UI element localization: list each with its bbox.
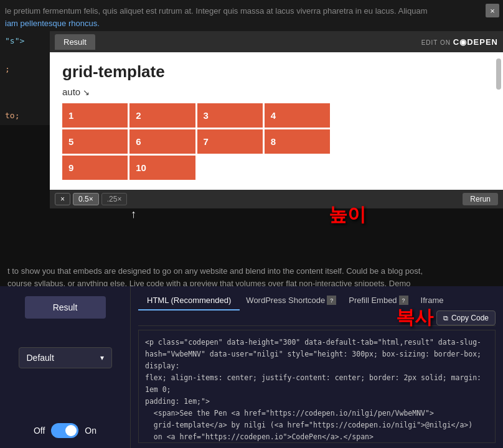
tab-wordpress[interactable]: WordPress Shortcode ? [240, 291, 342, 310]
grid-cell-5: 5 [62, 129, 128, 154]
chevron-down-icon: ▾ [100, 353, 104, 362]
top-text-area: le pretium fermentum felis, quis aliquet… [0, 0, 503, 34]
grid-cell-10: 10 [129, 156, 195, 180]
toggle-off-label: Off [34, 426, 45, 436]
left-sidebar: Result Default ▾ Off On [0, 286, 131, 448]
grid-cell-7: 7 [197, 129, 263, 154]
zoom-quarter-button[interactable]: .25× [101, 193, 128, 205]
result-button[interactable]: Result [25, 296, 106, 319]
auto-label: auto ↘ [62, 86, 491, 97]
bottom-panel: Result Default ▾ Off On HTML (Recommende… [0, 286, 503, 448]
tab-html[interactable]: HTML (Recommended) [138, 291, 240, 310]
zoom-bar: × 0.5× .25× ↑ Rerun [50, 190, 503, 208]
grid-cell-3: 3 [197, 103, 263, 128]
scrollbar[interactable] [496, 58, 501, 90]
toggle-thumb [65, 425, 77, 436]
top-text-line1: le pretium fermentum felis, quis aliquet… [5, 6, 427, 16]
right-content: HTML (Recommended) WordPress Shortcode ?… [131, 286, 503, 448]
tabs-row: HTML (Recommended) WordPress Shortcode ?… [138, 291, 496, 326]
auto-text: auto [62, 86, 80, 97]
code-area[interactable]: <p class="codepen" data-height="300" dat… [138, 330, 496, 443]
edit-on-text: EDIT ON [421, 39, 451, 46]
grid-cell-1: 1 [62, 103, 128, 128]
wordpress-help-icon[interactable]: ? [327, 296, 336, 305]
result-tab-button[interactable]: Result [55, 34, 95, 50]
toggle-switch[interactable] [51, 423, 78, 438]
tab-prefill-label: Prefill Embed [349, 296, 397, 305]
grid-cell-8: 8 [265, 129, 330, 154]
code-line-s: "s"> [5, 36, 45, 45]
codepen-embed: Result EDIT ON C◉DEPEN grid-template aut… [50, 31, 503, 208]
grid-cell-4: 4 [265, 103, 330, 128]
close-icon: × [490, 6, 495, 16]
toggle-on-label: On [85, 426, 96, 436]
zoom-half-button[interactable]: 0.5× [73, 193, 99, 205]
arrow-icon: ↘ [83, 88, 90, 97]
code-line-semi: ; [5, 64, 45, 73]
code-line-to: to; [5, 111, 45, 120]
tab-wordpress-label: WordPress Shortcode [246, 296, 325, 305]
grid-cell-9: 9 [62, 156, 128, 180]
grid-cell-6: 6 [129, 129, 195, 154]
default-label: Default [27, 353, 54, 363]
tab-iframe[interactable]: Iframe [415, 291, 450, 310]
codepen-toolbar: Result EDIT ON C◉DEPEN [50, 31, 503, 52]
edit-on-codepen: EDIT ON C◉DEPEN [421, 37, 498, 47]
toggle-row: Off On [34, 423, 96, 438]
copy-code-label: Copy Code [451, 314, 489, 322]
close-button[interactable]: × [486, 4, 499, 17]
left-code-panel: "s"> ; to; [0, 31, 50, 125]
default-select[interactable]: Default ▾ [19, 347, 112, 368]
codepen-white-content: grid-template auto ↘ 1 2 3 4 5 6 7 8 9 1… [50, 52, 503, 190]
cursor-indicator: ↑ [131, 208, 136, 220]
tab-prefill[interactable]: Prefill Embed ? [342, 291, 414, 310]
rerun-button[interactable]: Rerun [463, 193, 498, 205]
toggle-track [51, 423, 78, 438]
grid-title: grid-template [62, 62, 491, 82]
prefill-help-icon[interactable]: ? [399, 296, 408, 305]
zoom-close-button[interactable]: × [55, 193, 70, 205]
grid-demo: 1 2 3 4 5 6 7 8 9 10 [62, 103, 330, 180]
grid-cell-2: 2 [129, 103, 195, 128]
copy-code-button[interactable]: ⧉ Copy Code [436, 310, 496, 325]
top-text-line2: iam pellentesque rhoncus. [5, 19, 100, 28]
copy-icon: ⧉ [443, 314, 448, 322]
codepen-logo: C◉DEPEN [453, 37, 498, 47]
